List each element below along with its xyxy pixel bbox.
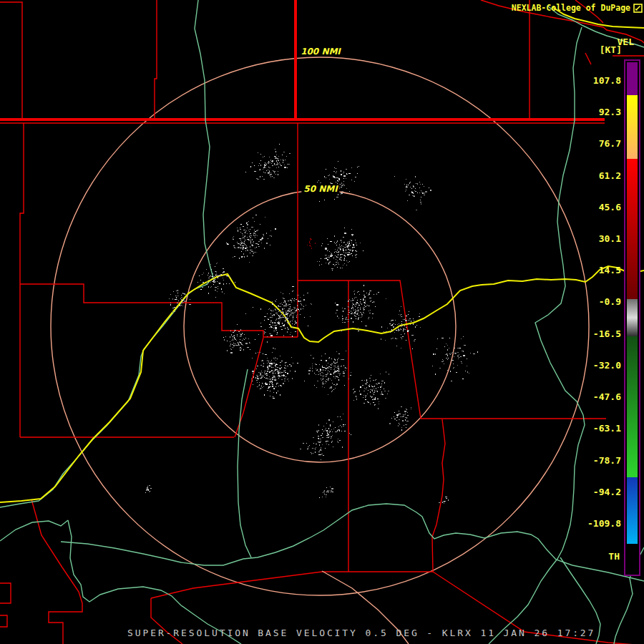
radar-display: 100 NMI 50 NMI NEXLAB-College of DuPage …: [0, 0, 644, 644]
colorbar-tick: 30.1: [599, 233, 621, 245]
header-brand-link[interactable]: NEXLAB-College of DuPage: [512, 3, 630, 13]
interstate-roads-layer: [0, 7, 644, 502]
colorbar-tick: -109.8: [587, 518, 621, 530]
colorbar-tick: -16.5: [593, 328, 621, 340]
box-diagonal-arrow-icon[interactable]: [633, 4, 643, 13]
colorbar-tick: -63.1: [593, 423, 621, 434]
rivers-layer: [0, 0, 644, 644]
threshold-label: TH: [608, 551, 620, 562]
colorbar-tick: -0.9: [599, 296, 621, 308]
unit-label: [KT]: [600, 44, 622, 55]
product-caption: SUPER-RESOLUTION BASE VELOCITY 0.5 DEG -…: [127, 628, 595, 638]
range-rings-layer: [51, 57, 589, 595]
velocity-colorbar: [624, 59, 640, 576]
colorbar-tick: 107.8: [593, 75, 621, 87]
colorbar-tick: 45.6: [599, 202, 621, 213]
colorbar-tick: -32.0: [593, 360, 621, 371]
colorbar-tick: 14.5: [599, 265, 621, 276]
colorbar-tick: 92.3: [599, 107, 621, 118]
colorbar-tick: 61.2: [599, 170, 621, 182]
header: NEXLAB-College of DuPage: [512, 3, 643, 13]
colorbar-tick: -78.7: [593, 455, 621, 467]
velocity-echoes-layer: [145, 144, 478, 504]
colorbar-tick: 76.7: [599, 138, 621, 150]
county-boundaries-layer: [0, 0, 644, 644]
colorbar-tick: -94.2: [593, 487, 621, 498]
colorbar-tick: -47.6: [593, 391, 621, 403]
range-ring-label-100nmi: 100 NMI: [298, 47, 343, 57]
range-ring-label-50nmi: 50 NMI: [301, 184, 339, 194]
radar-map: [0, 0, 644, 644]
colorbar-segments: [627, 62, 638, 573]
